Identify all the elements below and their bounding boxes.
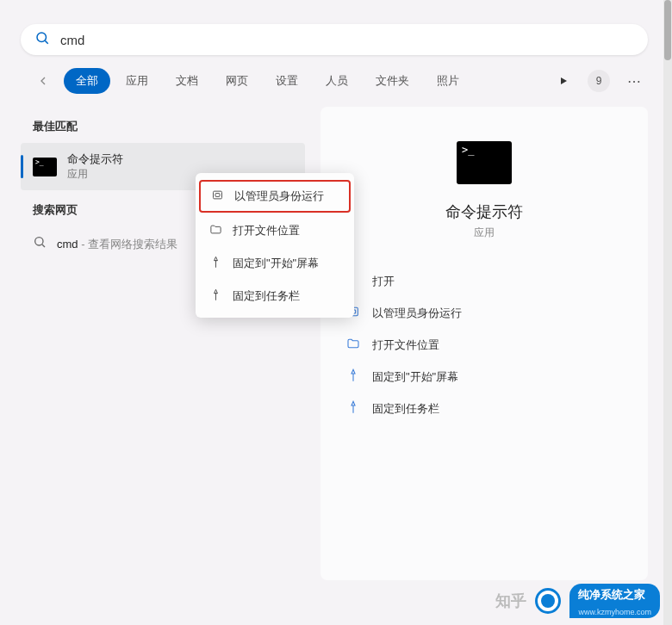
filter-tab-all[interactable]: 全部 — [64, 68, 110, 94]
search-input[interactable] — [60, 33, 634, 47]
action-label: 打开 — [372, 274, 395, 289]
filter-tab-docs[interactable]: 文档 — [164, 68, 210, 94]
context-menu: 以管理员身份运行 打开文件位置 固定到"开始"屏幕 固定到任务栏 — [196, 173, 354, 318]
ctx-label: 固定到任务栏 — [233, 288, 300, 304]
zhihu-watermark: 知乎 — [495, 591, 526, 611]
ctx-pin-start[interactable]: 固定到"开始"屏幕 — [196, 247, 354, 280]
pin-icon — [346, 368, 360, 385]
notification-badge[interactable]: 9 — [588, 70, 610, 92]
pin-icon — [209, 288, 222, 304]
more-button[interactable]: ⋯ — [620, 67, 648, 95]
svg-point-0 — [37, 33, 47, 42]
web-search-term: cmd — [57, 238, 78, 251]
watermark: 知乎 纯净系统之家 www.kzmyhome.com — [495, 584, 660, 618]
action-open[interactable]: 打开 — [341, 266, 627, 297]
svg-line-1 — [45, 40, 47, 43]
folder-icon — [346, 337, 360, 353]
folder-icon — [209, 223, 222, 238]
search-icon — [34, 30, 50, 49]
svg-point-3 — [35, 238, 43, 245]
web-search-suffix: - 查看网络搜索结果 — [78, 238, 178, 251]
brand-logo-icon — [535, 588, 561, 614]
filter-row: 全部 应用 文档 网页 设置 人员 文件夹 照片 9 ⋯ — [0, 55, 672, 107]
pin-icon — [209, 256, 222, 271]
play-button[interactable] — [550, 67, 577, 95]
action-pin-start[interactable]: 固定到"开始"屏幕 — [341, 361, 627, 393]
best-match-header: 最佳匹配 — [21, 107, 305, 143]
action-label: 固定到任务栏 — [372, 401, 439, 417]
result-title: 命令提示符 — [67, 152, 123, 167]
ctx-label: 以管理员身份运行 — [234, 189, 324, 204]
ctx-pin-taskbar[interactable]: 固定到任务栏 — [196, 280, 354, 312]
svg-marker-2 — [561, 77, 567, 84]
brand-url: www.kzmyhome.com — [578, 608, 651, 616]
action-open-location[interactable]: 打开文件位置 — [341, 329, 627, 361]
preview-title: 命令提示符 — [341, 201, 627, 222]
ctx-label: 固定到"开始"屏幕 — [233, 256, 319, 271]
brand-name: 纯净系统之家 — [578, 587, 645, 603]
svg-rect-8 — [215, 194, 220, 197]
svg-rect-7 — [214, 191, 222, 199]
filter-tab-settings[interactable]: 设置 — [264, 68, 310, 94]
result-subtype: 应用 — [67, 167, 123, 182]
preview-panel: 命令提示符 应用 打开 以管理员身份运行 打开文件位置 固定到"开始"屏幕 固定… — [320, 107, 648, 580]
filter-tab-apps[interactable]: 应用 — [114, 68, 160, 94]
search-bar — [21, 24, 648, 55]
scrollbar-thumb[interactable] — [664, 0, 671, 60]
cmd-app-icon — [33, 158, 57, 176]
action-label: 固定到"开始"屏幕 — [372, 369, 458, 385]
scrollbar-track[interactable] — [663, 0, 672, 625]
shield-icon — [211, 189, 224, 204]
brand-badge: 纯净系统之家 www.kzmyhome.com — [569, 584, 660, 618]
back-button[interactable] — [31, 69, 55, 93]
ctx-open-location[interactable]: 打开文件位置 — [196, 214, 354, 247]
search-icon — [33, 235, 47, 252]
pin-icon — [346, 400, 360, 417]
preview-subtype: 应用 — [341, 226, 627, 240]
ctx-run-as-admin[interactable]: 以管理员身份运行 — [199, 180, 351, 213]
ctx-label: 打开文件位置 — [233, 223, 300, 238]
action-label: 以管理员身份运行 — [372, 306, 462, 321]
action-label: 打开文件位置 — [372, 337, 439, 353]
action-run-as-admin[interactable]: 以管理员身份运行 — [341, 297, 627, 329]
filter-tab-web[interactable]: 网页 — [214, 68, 260, 94]
preview-app-icon — [457, 141, 512, 184]
svg-line-4 — [42, 244, 45, 247]
action-list: 打开 以管理员身份运行 打开文件位置 固定到"开始"屏幕 固定到任务栏 — [341, 266, 627, 424]
filter-tab-people[interactable]: 人员 — [314, 68, 360, 94]
action-pin-taskbar[interactable]: 固定到任务栏 — [341, 393, 627, 424]
filter-tab-folders[interactable]: 文件夹 — [364, 68, 421, 94]
filter-tab-photos[interactable]: 照片 — [425, 68, 471, 94]
